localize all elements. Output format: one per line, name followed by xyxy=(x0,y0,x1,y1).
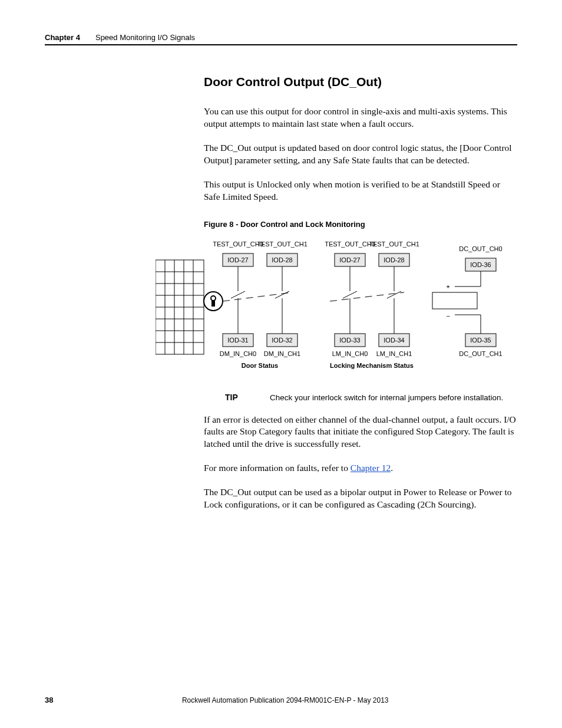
svg-text:IOD-28: IOD-28 xyxy=(272,256,292,263)
svg-line-41 xyxy=(223,292,292,301)
tip-text: Check your interlock switch for internal… xyxy=(270,393,503,402)
svg-text:LM_IN_CH1: LM_IN_CH1 xyxy=(376,350,412,357)
svg-text:−: − xyxy=(447,312,450,319)
svg-line-42 xyxy=(330,292,404,301)
svg-text:IOD-27: IOD-27 xyxy=(339,256,360,263)
svg-line-36 xyxy=(343,291,357,298)
svg-line-39 xyxy=(387,291,401,298)
svg-text:DM_IN_CH1: DM_IN_CH1 xyxy=(264,350,300,357)
svg-text:Locking Mechanism Status: Locking Mechanism Status xyxy=(330,362,414,369)
page-number: 38 xyxy=(45,696,53,704)
page-title: Door Control Output (DC_Out) xyxy=(204,75,517,89)
svg-rect-46 xyxy=(432,292,477,309)
wiring-diagram: TEST_OUT_CH0 TEST_OUT_CH1 TEST_OUT_CH0 T… xyxy=(156,239,517,381)
svg-text:TEST_OUT_CH1: TEST_OUT_CH1 xyxy=(257,241,308,248)
tip-label: TIP xyxy=(225,393,270,402)
chapter-label: Chapter 4 xyxy=(45,33,80,42)
svg-text:LM_IN_CH0: LM_IN_CH0 xyxy=(332,350,368,357)
paragraph: You can use this output for door control… xyxy=(204,106,517,130)
svg-text:IOD-32: IOD-32 xyxy=(272,337,292,344)
paragraph: The DC_Out output is updated based on do… xyxy=(204,142,517,167)
paragraph: For more information on faults, refer to… xyxy=(204,462,517,475)
svg-text:IOD-27: IOD-27 xyxy=(227,256,248,263)
svg-line-30 xyxy=(231,291,245,298)
svg-text:TEST_OUT_CH0: TEST_OUT_CH0 xyxy=(325,241,375,248)
svg-line-33 xyxy=(275,291,289,298)
paragraph: If an error is detected on either channe… xyxy=(204,414,517,451)
chapter-link[interactable]: Chapter 12 xyxy=(351,463,391,473)
figure-caption: Figure 8 - Door Control and Lock Monitor… xyxy=(204,220,517,229)
svg-text:IOD-36: IOD-36 xyxy=(470,261,491,268)
section-label: Speed Monitoring I/O Signals xyxy=(95,33,195,42)
paragraph: The DC_Out output can be used as a bipol… xyxy=(204,486,517,511)
paragraph: This output is Unlocked only when motion… xyxy=(204,179,517,203)
svg-text:TEST_OUT_CH0: TEST_OUT_CH0 xyxy=(213,241,263,248)
svg-text:Door Status: Door Status xyxy=(242,362,278,369)
svg-text:DC_OUT_CH1: DC_OUT_CH1 xyxy=(459,350,502,357)
publication-id: Rockwell Automation Publication 2094-RM0… xyxy=(182,696,389,704)
svg-text:IOD-31: IOD-31 xyxy=(227,337,248,344)
svg-text:DC_OUT_CH0: DC_OUT_CH0 xyxy=(459,245,502,252)
page-header: Chapter 4 Speed Monitoring I/O Signals xyxy=(45,33,517,45)
svg-text:+: + xyxy=(447,283,450,290)
svg-text:IOD-33: IOD-33 xyxy=(339,337,360,344)
svg-text:DM_IN_CH0: DM_IN_CH0 xyxy=(220,350,256,357)
svg-text:IOD-28: IOD-28 xyxy=(384,256,404,263)
svg-text:IOD-34: IOD-34 xyxy=(384,337,404,344)
page-footer: 38 Rockwell Automation Publication 2094-… xyxy=(45,696,517,704)
svg-text:TEST_OUT_CH1: TEST_OUT_CH1 xyxy=(369,241,419,248)
tip-row: TIP Check your interlock switch for inte… xyxy=(225,393,517,402)
svg-text:IOD-35: IOD-35 xyxy=(470,337,491,344)
